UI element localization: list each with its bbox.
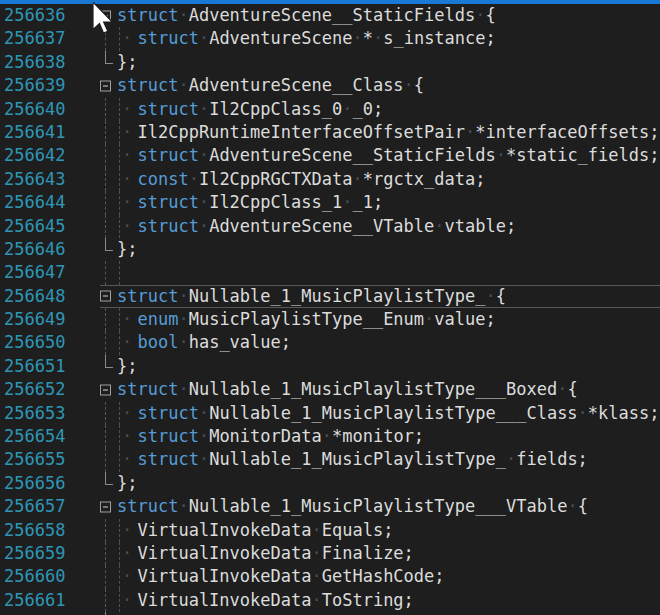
code-token: AdventureScene__StaticFields	[189, 5, 476, 25]
fold-margin	[100, 589, 117, 612]
fold-margin	[100, 98, 117, 121]
indent-whitespace: ·	[117, 542, 137, 565]
code-text[interactable]: ·struct·Nullable_1_MusicPlaylistType_·fi…	[117, 448, 660, 471]
code-text[interactable]: ·VirtualInvokeData·GetHashCode;	[117, 565, 660, 588]
code-token: struct	[137, 28, 198, 48]
code-token: Il2CppClass_1	[209, 192, 342, 212]
code-text[interactable]: ·enum·MusicPlaylistType__Enum·value;	[117, 308, 660, 331]
fold-guide-line	[105, 27, 106, 50]
whitespace-dot: ·	[404, 75, 414, 95]
line-number: 256645	[0, 215, 100, 238]
indent-guide	[119, 565, 120, 588]
code-text[interactable]: ·VirtualInvokeData·Equals;	[117, 519, 660, 542]
fold-guide-line	[105, 519, 106, 542]
code-token: s_instance;	[383, 28, 496, 48]
fold-end-line	[105, 355, 113, 368]
whitespace-dot: ·	[178, 379, 188, 399]
line-number: 256660	[0, 565, 100, 588]
fold-margin	[100, 261, 117, 284]
line-number: 256657	[0, 495, 100, 518]
code-token: {	[496, 286, 506, 306]
code-text[interactable]: struct·Nullable_1_MusicPlaylistType___VT…	[117, 495, 660, 518]
code-token: *monitor;	[332, 426, 424, 446]
code-text[interactable]: struct·Nullable_1_MusicPlaylistType_·{	[117, 285, 660, 308]
indent-whitespace: ·	[117, 519, 137, 542]
code-text[interactable]: ·const·Il2CppRGCTXData·*rgctx_data;	[117, 168, 660, 191]
code-text[interactable]: };	[117, 51, 660, 74]
fold-guide-line	[105, 589, 106, 612]
code-token: {	[567, 379, 577, 399]
whitespace-dot: ·	[578, 403, 588, 423]
code-editor[interactable]: 256636struct·AdventureScene__StaticField…	[0, 4, 660, 615]
fold-collapse-button[interactable]	[100, 80, 111, 91]
indent-guide	[119, 448, 120, 471]
code-text[interactable]: ·struct·MonitorData·*monitor;	[117, 425, 660, 448]
fold-margin	[100, 542, 117, 565]
code-text[interactable]: ·struct·Il2CppClass_1·_1;	[117, 191, 660, 214]
code-line: 256638};	[0, 51, 660, 74]
fold-margin	[100, 472, 117, 495]
code-token: vtable;	[445, 216, 517, 236]
code-text[interactable]: struct·Nullable_1_MusicPlaylistType___Bo…	[117, 378, 660, 401]
code-text[interactable]: };	[117, 355, 660, 378]
code-token: _0;	[352, 99, 383, 119]
code-token: AdventureScene	[209, 28, 352, 48]
whitespace-dot: ·	[311, 566, 321, 586]
code-token: VirtualInvokeData	[137, 543, 311, 563]
code-text[interactable]: ·struct·Il2CppClass_0·_0;	[117, 98, 660, 121]
code-text[interactable]: ·Il2CppRuntimeInterfaceOffsetPair·*inter…	[117, 121, 660, 144]
fold-minus-icon	[103, 15, 108, 16]
line-number: 256637	[0, 27, 100, 50]
code-text[interactable]	[117, 261, 660, 284]
code-text[interactable]: ·struct·AdventureScene·*·s_instance;	[117, 27, 660, 50]
indent-whitespace: ·	[117, 215, 137, 238]
fold-collapse-button[interactable]	[100, 501, 111, 512]
code-text[interactable]: };	[117, 472, 660, 495]
code-text[interactable]: ·struct·AdventureScene__StaticFields·*st…	[117, 144, 660, 167]
fold-collapse-button[interactable]	[100, 384, 111, 395]
fold-margin	[100, 331, 117, 354]
fold-guide-line	[105, 191, 106, 214]
line-number: 256658	[0, 519, 100, 542]
code-text[interactable]: ·struct·Nullable_1_MusicPlaylistType___C…	[117, 402, 660, 425]
fold-margin	[100, 74, 117, 97]
code-token: struct	[137, 449, 198, 469]
code-token: {	[578, 496, 588, 516]
code-text[interactable]: struct·AdventureScene__Class·{	[117, 74, 660, 97]
code-token: has_value;	[189, 332, 291, 352]
code-line: 256651};	[0, 355, 660, 378]
fold-margin	[100, 308, 117, 331]
code-text[interactable]: ·VirtualInvokeData·Finalize;	[117, 542, 660, 565]
fold-collapse-button[interactable]	[100, 10, 111, 21]
code-text[interactable]: struct·AdventureScene__StaticFields·{	[117, 4, 660, 27]
indent-guide	[119, 144, 120, 167]
whitespace-dot: ·	[557, 379, 567, 399]
fold-end-line	[105, 472, 113, 485]
indent-guide	[119, 261, 120, 284]
code-text[interactable]: ·struct·AdventureScene__VTable·vtable;	[117, 215, 660, 238]
code-line: 256660·VirtualInvokeData·GetHashCode;	[0, 565, 660, 588]
whitespace-dot: ·	[506, 449, 516, 469]
code-text[interactable]: };	[117, 238, 660, 261]
code-text[interactable]: ·VirtualInvokeData·ToString;	[117, 589, 660, 612]
fold-margin	[100, 402, 117, 425]
fold-guide-line	[105, 565, 106, 588]
code-text[interactable]: ·bool·has_value;	[117, 331, 660, 354]
fold-margin	[100, 565, 117, 588]
code-line: 256643·const·Il2CppRGCTXData·*rgctx_data…	[0, 168, 660, 191]
whitespace-dot: ·	[199, 449, 209, 469]
fold-margin	[100, 51, 117, 74]
fold-margin	[100, 215, 117, 238]
indent-guide	[119, 331, 120, 354]
indent-whitespace: ·	[117, 448, 137, 471]
indent-whitespace: ·	[117, 27, 137, 50]
indent-whitespace: ·	[117, 121, 137, 144]
code-token: *interfaceOffsets;	[475, 122, 659, 142]
line-number: 256646	[0, 238, 100, 261]
indent-guide	[119, 168, 120, 191]
fold-guide-line	[105, 331, 106, 354]
whitespace-dot: ·	[199, 426, 209, 446]
fold-collapse-button[interactable]	[100, 291, 111, 302]
fold-end-line	[105, 238, 113, 251]
code-line: 256649·enum·MusicPlaylistType__Enum·valu…	[0, 308, 660, 331]
